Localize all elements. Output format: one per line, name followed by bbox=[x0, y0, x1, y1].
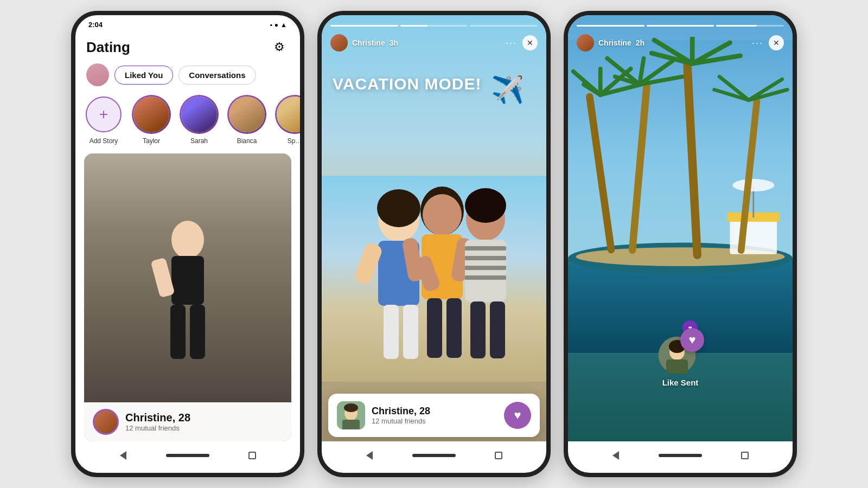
profile-card[interactable]: Christine, 28 12 mutual friends bbox=[84, 153, 291, 441]
svg-rect-17 bbox=[446, 298, 462, 358]
story-card-avatar-img bbox=[337, 401, 365, 429]
phone-2: Christine 3h ··· ✕ VACATION MODE! ✈️ bbox=[317, 11, 551, 477]
back-button-2[interactable] bbox=[361, 447, 378, 464]
story-header-actions-2: ··· ✕ bbox=[506, 35, 538, 50]
like-sent-area: ♥ ♥ Like Sent bbox=[659, 330, 702, 387]
taylor-avatar-ring[interactable] bbox=[132, 95, 171, 134]
profile-photo-area bbox=[84, 153, 291, 402]
story-username-3: Christine bbox=[598, 38, 631, 47]
story-taylor[interactable]: Taylor bbox=[132, 95, 171, 145]
status-time-1: 2:04 bbox=[88, 21, 103, 29]
story-add-item[interactable]: + Add Story bbox=[84, 95, 123, 145]
svg-rect-22 bbox=[465, 256, 506, 260]
status-bar-2 bbox=[322, 15, 546, 23]
status-bar-1: 2:04 ▪ ● ▲ bbox=[75, 15, 300, 31]
vacation-text: VACATION MODE! bbox=[333, 75, 482, 93]
svg-rect-21 bbox=[465, 246, 506, 251]
heart-icon-2: ♥ bbox=[514, 408, 521, 422]
close-button-3[interactable]: ✕ bbox=[769, 35, 784, 50]
story-sp[interactable]: Sp… bbox=[275, 95, 300, 145]
heart-icon-large: ♥ bbox=[688, 333, 695, 347]
back-button-3[interactable] bbox=[607, 447, 624, 464]
profile-info-bar: Christine, 28 12 mutual friends bbox=[84, 402, 291, 441]
story-header-actions-3: ··· ✕ bbox=[752, 35, 784, 50]
svg-rect-10 bbox=[403, 305, 418, 359]
story-card-mutual-2: 12 mutual friends bbox=[372, 417, 497, 425]
avatar-image bbox=[86, 63, 109, 86]
signal-icon: ● bbox=[275, 21, 278, 29]
story-bianca[interactable]: Bianca bbox=[227, 95, 266, 145]
progress-fill-1 bbox=[330, 25, 398, 27]
nav-bar-1 bbox=[75, 441, 300, 473]
phone1-header: Dating ⚙ bbox=[75, 31, 300, 61]
tab-bar: Liked You Conversations bbox=[75, 61, 300, 93]
home-pill-3[interactable] bbox=[659, 454, 702, 457]
tab-conversations[interactable]: Conversations bbox=[178, 66, 256, 85]
home-pill-2[interactable] bbox=[412, 454, 456, 457]
story-time-3: 2h bbox=[636, 38, 644, 47]
add-story-button[interactable]: + bbox=[86, 97, 122, 132]
phone3-content: Christine 2h ··· ✕ ♥ bbox=[568, 15, 793, 441]
svg-point-19 bbox=[465, 188, 506, 223]
recents-button-1[interactable] bbox=[244, 447, 261, 464]
phone2-content: Christine 3h ··· ✕ VACATION MODE! ✈️ bbox=[322, 15, 546, 441]
wifi-icon: ▲ bbox=[280, 21, 287, 29]
svg-rect-1 bbox=[171, 256, 204, 305]
svg-rect-36 bbox=[730, 217, 777, 254]
battery-icon: ▪ bbox=[270, 21, 272, 29]
profile-text: Christine, 28 12 mutual friends bbox=[125, 412, 190, 432]
nav-bar-3 bbox=[568, 441, 793, 473]
svg-rect-3 bbox=[190, 305, 205, 359]
profile-mutual: 12 mutual friends bbox=[125, 424, 190, 432]
sp-avatar-ring[interactable] bbox=[275, 95, 300, 134]
close-button-2[interactable]: ✕ bbox=[522, 35, 538, 50]
story-header-2: Christine 3h ··· ✕ bbox=[322, 29, 546, 55]
sarah-avatar bbox=[181, 97, 217, 132]
home-pill-1[interactable] bbox=[166, 454, 209, 457]
svg-rect-16 bbox=[427, 298, 442, 358]
more-options-button-3[interactable]: ··· bbox=[752, 37, 763, 49]
plus-icon: + bbox=[99, 106, 108, 123]
add-story-label: Add Story bbox=[90, 137, 118, 145]
stories-row: + Add Story Taylor Sarah bbox=[75, 93, 300, 153]
progress-track-3 bbox=[470, 25, 538, 27]
taylor-avatar bbox=[133, 97, 169, 132]
gear-icon: ⚙ bbox=[274, 40, 285, 54]
bianca-label: Bianca bbox=[237, 137, 257, 145]
nav-bar-2 bbox=[322, 441, 546, 473]
palm-trees-svg bbox=[568, 37, 793, 357]
story-sarah[interactable]: Sarah bbox=[180, 95, 219, 145]
recents-button-2[interactable] bbox=[490, 447, 507, 464]
more-options-button-2[interactable]: ··· bbox=[506, 37, 517, 49]
bianca-avatar-ring[interactable] bbox=[227, 95, 266, 134]
story-card-avatar-2 bbox=[337, 401, 365, 429]
like-button-2[interactable]: ♥ bbox=[504, 402, 531, 429]
add-story-avatar[interactable]: + bbox=[84, 95, 123, 134]
tab-avatar[interactable] bbox=[86, 63, 109, 86]
svg-rect-9 bbox=[384, 305, 399, 359]
tab-liked-you[interactable]: Liked You bbox=[114, 66, 173, 85]
svg-rect-31 bbox=[342, 420, 360, 429]
status-icons-1: ▪ ● ▲ bbox=[270, 21, 287, 29]
story-header-avatar-2 bbox=[330, 34, 348, 52]
p3-track-3 bbox=[716, 25, 784, 27]
back-icon-3 bbox=[612, 451, 619, 460]
back-icon-2 bbox=[366, 451, 373, 460]
recents-button-3[interactable] bbox=[736, 447, 754, 464]
svg-point-6 bbox=[377, 189, 420, 227]
settings-button[interactable]: ⚙ bbox=[270, 37, 289, 57]
back-button-1[interactable] bbox=[114, 447, 132, 464]
phone-1: 2:04 ▪ ● ▲ Dating ⚙ Liked You Conversati… bbox=[71, 11, 304, 477]
p3-track-1 bbox=[577, 25, 644, 27]
story-user-info-3: Christine 2h bbox=[577, 34, 644, 52]
story-progress-bars-2 bbox=[322, 23, 546, 29]
sp-label: Sp… bbox=[288, 137, 300, 145]
svg-rect-26 bbox=[490, 301, 505, 358]
status-bar-3 bbox=[568, 15, 793, 23]
sarah-label: Sarah bbox=[190, 137, 208, 145]
story-user-info-2: Christine 3h bbox=[330, 34, 398, 52]
story-progress-bars-3 bbox=[568, 23, 793, 29]
sarah-avatar-ring[interactable] bbox=[180, 95, 219, 134]
profile-small-avatar bbox=[93, 409, 119, 435]
svg-rect-25 bbox=[470, 301, 486, 358]
